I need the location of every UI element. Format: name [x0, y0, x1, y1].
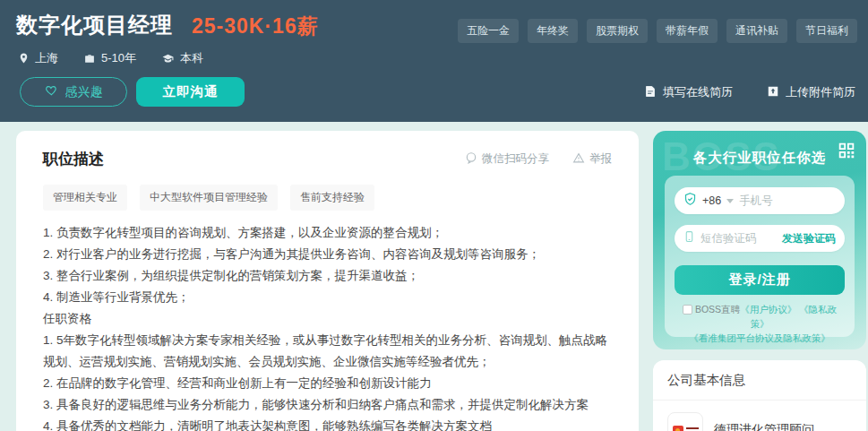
benefit-tag: 五险一金 [458, 19, 519, 43]
resume-links: 填写在线简历 上传附件简历 [644, 84, 855, 100]
keyword-tag: 中大型软件项目管理经验 [140, 185, 278, 211]
description-line: 4. 具备优秀的文档能力，清晰明了地表达架构意图，能够熟练编写各类解决方案文档 [43, 416, 612, 431]
description-line: 1. 5年数字化转型领域解决方案专家相关经验，或从事过数字化转型相关的业务分析、… [43, 330, 612, 373]
sms-phone-icon [683, 229, 695, 247]
description-line: 2. 对行业客户的业务进行挖掘，与客户沟通为其提供业务咨询、内容咨询及规划等咨询… [43, 244, 612, 265]
phone-input[interactable] [739, 194, 836, 207]
keyword-tags: 管理相关专业 中大型软件项目管理经验 售前支持经验 [43, 185, 612, 211]
warning-triangle-icon [572, 152, 585, 167]
heart-icon [45, 84, 58, 99]
job-location: 上海 [18, 50, 58, 66]
qr-code-icon[interactable] [833, 137, 860, 164]
agreement-checkbox[interactable] [683, 305, 692, 315]
job-education: 本科 [161, 50, 203, 66]
divider [653, 400, 866, 401]
company-name: 德理进化管理顾问 [714, 422, 814, 431]
description-line: 3. 具备良好的逻辑思维与业务分析能力，能够快速分析和归纳客户痛点和需求，并提供… [43, 394, 612, 416]
keyword-tag: 管理相关专业 [43, 185, 127, 211]
shield-check-icon [683, 192, 697, 210]
chevron-down-icon[interactable] [726, 199, 734, 203]
company-logo [667, 412, 703, 431]
agreement-links[interactable]: 《用户协议》 《隐私政策》 [740, 304, 837, 329]
country-code-select[interactable]: +86 [702, 194, 721, 207]
login-register-button[interactable]: 登录/注册 [675, 265, 845, 295]
login-form-panel: +86 发送验证码 登录/注册 BOSS直聘《用户协议》 《隐私政策》 《看准集… [665, 176, 855, 337]
benefit-tag: 带薪年假 [657, 19, 718, 43]
job-experience: 5-10年 [83, 50, 136, 66]
description-line: 2. 在品牌的数字化管理、经营和商业创新上有一定的经验和创新设计能力 [43, 373, 612, 394]
description-line: 3. 整合行业案例，为组织提供定制化的营销策划方案，提升渠道收益； [43, 265, 612, 287]
description-line: 任职资格 [43, 308, 612, 330]
job-header-banner: 数字化项目经理 25-30K·16薪 五险一金 年终奖 股票期权 带薪年假 通讯… [0, 0, 868, 122]
benefit-tag: 股票期权 [587, 19, 648, 43]
keyword-tag: 售前支持经验 [290, 185, 374, 211]
login-promo-card: BOSS 各大行业职位任你选 +86 发送验证码 登录/注册 BOSS直聘《用户… [653, 131, 866, 349]
fill-online-resume-link[interactable]: 填写在线简历 [644, 84, 733, 100]
section-title-job-description: 职位描述 [43, 149, 104, 169]
send-code-link[interactable]: 发送验证码 [782, 231, 836, 246]
benefit-tags: 五险一金 年终奖 股票期权 带薪年假 通讯补贴 节日福利 [458, 19, 857, 43]
briefcase-icon [83, 53, 96, 65]
job-meta-row: 上海 5-10年 本科 [18, 50, 203, 66]
sms-code-input-row: 发送验证码 [675, 225, 845, 252]
wechat-chat-icon [465, 151, 477, 167]
agreement-text: BOSS直聘《用户协议》 《隐私政策》 《看准集团平台协议及隐私政策》 [675, 302, 845, 345]
upload-icon [767, 85, 779, 100]
chat-now-button[interactable]: 立即沟通 [136, 77, 245, 107]
phone-input-row: +86 [675, 187, 845, 214]
section-title-company-info: 公司基本信息 [667, 372, 852, 389]
company-info-card: 公司基本信息 德理进化管理顾问 [653, 360, 866, 431]
graduation-cap-icon [161, 53, 175, 65]
job-description-text: 1. 负责数字化转型项目的咨询规划、方案搭建，以及企业资源的整合规划； 2. 对… [43, 222, 612, 431]
agreement-links-2[interactable]: 《看准集团平台协议及隐私政策》 [675, 331, 845, 345]
document-edit-icon [644, 85, 657, 100]
description-line: 1. 负责数字化转型项目的咨询规划、方案搭建，以及企业资源的整合规划； [43, 222, 612, 244]
job-description-card: 职位描述 微信扫码分享 举报 管理相关专业 中大型软件项目管理经验 售前支持经验… [16, 131, 639, 431]
benefit-tag: 年终奖 [528, 19, 578, 43]
salary-text: 25-30K·16薪 [192, 13, 319, 40]
benefit-tag: 通讯补贴 [726, 19, 787, 43]
company-logo-mark [673, 426, 699, 431]
benefit-tag: 节日福利 [796, 19, 857, 43]
wechat-share-action[interactable]: 微信扫码分享 [465, 151, 549, 167]
report-action[interactable]: 举报 [572, 151, 612, 167]
upload-attachment-resume-link[interactable]: 上传附件简历 [767, 84, 855, 100]
sms-code-input[interactable] [700, 232, 777, 245]
location-pin-icon [18, 52, 30, 65]
description-line: 4. 制造业等行业背景优先； [43, 287, 612, 308]
agreement-prefix: BOSS直聘 [695, 304, 740, 315]
interested-button[interactable]: 感兴趣 [20, 77, 127, 107]
job-title: 数字化项目经理 [16, 11, 173, 39]
company-row[interactable]: 德理进化管理顾问 [667, 412, 852, 431]
